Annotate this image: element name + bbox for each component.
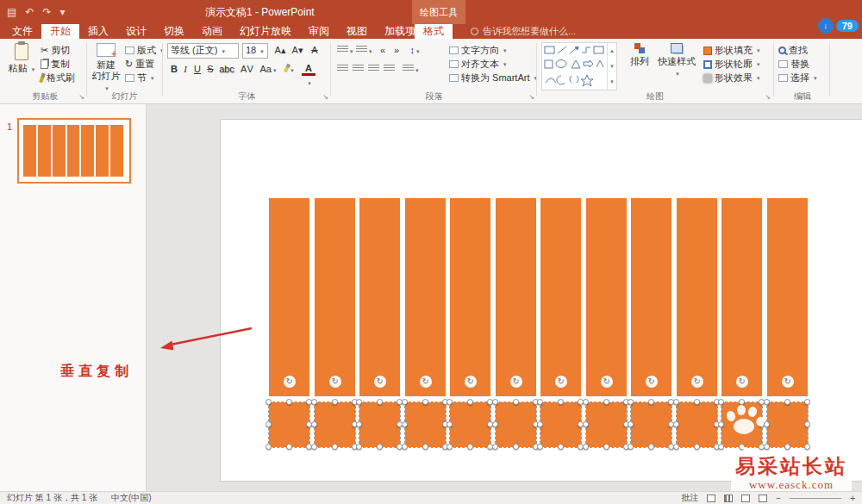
grow-font-button[interactable]: A▴ xyxy=(272,44,288,56)
select-button[interactable]: 选择 xyxy=(778,72,817,84)
selection-handle[interactable] xyxy=(537,421,543,427)
reset-button[interactable]: ↻ 重置 xyxy=(125,58,154,71)
tab-insert[interactable]: 插入 xyxy=(79,24,117,39)
save-icon[interactable]: ▤ xyxy=(7,6,16,18)
selection-handle[interactable] xyxy=(311,444,317,450)
selection-handle[interactable] xyxy=(694,444,700,450)
selection-handle[interactable] xyxy=(447,421,453,427)
orange-bar-shape[interactable] xyxy=(540,198,581,396)
duplicated-bar-shape[interactable] xyxy=(631,402,671,447)
selection-handle[interactable] xyxy=(804,421,810,427)
decrease-indent-button[interactable]: « xyxy=(377,44,389,56)
shape-outline-button[interactable]: 形状轮廓 xyxy=(703,58,760,71)
selection-handle[interactable] xyxy=(402,421,408,427)
selection-handle[interactable] xyxy=(558,399,564,405)
copy-button[interactable]: 复制 xyxy=(41,58,70,71)
zoom-in-icon[interactable]: + xyxy=(850,494,855,503)
selection-handle[interactable] xyxy=(332,444,338,450)
selection-handle[interactable] xyxy=(356,444,362,450)
rotate-handle-icon[interactable]: ↻ xyxy=(329,376,341,388)
slide-sorter-icon[interactable] xyxy=(724,495,733,502)
download-badge[interactable]: ↓ 79 xyxy=(818,18,859,34)
rotate-handle-icon[interactable]: ↻ xyxy=(374,376,386,388)
zoom-slider[interactable] xyxy=(790,498,841,499)
orange-bar-shape[interactable] xyxy=(359,198,400,396)
rotate-handle-icon[interactable]: ↻ xyxy=(736,376,748,388)
selection-handle[interactable] xyxy=(447,444,453,450)
orange-bar-shape[interactable] xyxy=(586,198,627,396)
tab-design[interactable]: 设计 xyxy=(117,24,155,39)
tab-animations[interactable]: 动画 xyxy=(193,24,231,39)
cut-button[interactable]: ✂ 剪切 xyxy=(41,44,70,57)
shapes-gallery[interactable]: ▴ ▾ ▾ xyxy=(541,42,617,90)
duplicated-bar-shape[interactable] xyxy=(405,402,446,447)
orange-bar-shape[interactable] xyxy=(450,198,490,396)
selection-handle[interactable] xyxy=(718,421,724,427)
rotate-handle-icon[interactable]: ↻ xyxy=(284,376,296,388)
underline-button[interactable]: U xyxy=(192,63,203,75)
selection-handle[interactable] xyxy=(583,421,589,427)
dialog-launcher-icon[interactable]: ↘ xyxy=(78,94,84,101)
format-painter-button[interactable]: 格式刷 xyxy=(41,72,75,84)
convert-smartart-button[interactable]: 转换为 SmartArt xyxy=(449,72,537,84)
clear-formatting-button[interactable]: A xyxy=(309,44,321,56)
rotate-handle-icon[interactable]: ↻ xyxy=(601,376,613,388)
selection-handle[interactable] xyxy=(648,399,654,405)
rotate-handle-icon[interactable]: ↻ xyxy=(691,376,703,388)
dialog-launcher-icon[interactable]: ↘ xyxy=(765,94,771,101)
change-case-button[interactable]: Aa xyxy=(259,63,278,77)
rotate-handle-icon[interactable]: ↻ xyxy=(782,376,794,388)
selection-handle[interactable] xyxy=(583,444,589,450)
selection-handle[interactable] xyxy=(265,421,272,427)
orange-bar-shape[interactable] xyxy=(677,198,717,396)
numbering-button[interactable] xyxy=(356,44,372,58)
orange-bar-shape[interactable] xyxy=(315,198,355,396)
text-direction-button[interactable]: 文字方向 xyxy=(449,44,507,57)
font-color-button[interactable]: A xyxy=(302,62,315,90)
bullets-button[interactable] xyxy=(337,44,353,58)
selection-handle[interactable] xyxy=(648,444,654,450)
selection-handle[interactable] xyxy=(764,399,770,405)
duplicated-bar-shape[interactable] xyxy=(450,402,490,447)
selection-handle[interactable] xyxy=(377,444,383,450)
selection-handle[interactable] xyxy=(513,399,519,405)
selection-handle[interactable] xyxy=(537,444,543,450)
find-button[interactable]: 查找 xyxy=(778,44,808,57)
selection-handle[interactable] xyxy=(804,444,810,450)
gallery-up-icon[interactable]: ▴ xyxy=(608,43,616,59)
shapes-gallery-scroll[interactable]: ▴ ▾ ▾ xyxy=(607,43,616,90)
selection-handle[interactable] xyxy=(422,399,428,405)
orange-bar-shape[interactable] xyxy=(405,198,446,396)
qat-more-icon[interactable]: ▾ xyxy=(59,6,65,18)
shape-effects-button[interactable]: 形状效果 xyxy=(703,72,760,84)
selection-handle[interactable] xyxy=(286,444,292,450)
tab-view[interactable]: 视图 xyxy=(338,24,376,39)
selection-handle[interactable] xyxy=(311,399,317,405)
duplicated-bar-shape[interactable] xyxy=(496,402,536,447)
zoom-out-icon[interactable]: − xyxy=(776,494,781,503)
comments-button[interactable]: 批注 xyxy=(681,492,698,504)
rotate-handle-icon[interactable]: ↻ xyxy=(465,376,477,388)
arrange-button[interactable]: 排列 xyxy=(624,42,655,67)
tell-me-box[interactable]: 告诉我您想要做什么... xyxy=(471,24,576,39)
rotate-handle-icon[interactable]: ↻ xyxy=(420,376,432,388)
reading-view-icon[interactable] xyxy=(741,495,750,502)
font-size-combo[interactable]: 18 xyxy=(242,43,268,59)
selection-handle[interactable] xyxy=(739,444,745,450)
selection-handle[interactable] xyxy=(764,444,770,450)
editing-canvas[interactable]: ↻↻↻↻↻↻↻↻↻↻↻↻ xyxy=(147,104,862,491)
selection-handle[interactable] xyxy=(311,421,317,427)
selection-handle[interactable] xyxy=(447,399,453,405)
tab-review[interactable]: 审阅 xyxy=(300,24,338,39)
selection-handle[interactable] xyxy=(628,399,634,405)
selection-handle[interactable] xyxy=(356,421,362,427)
layout-button[interactable]: 版式 xyxy=(125,44,164,57)
selection-handle[interactable] xyxy=(784,444,790,450)
selection-handle[interactable] xyxy=(628,421,634,427)
duplicated-bar-shape[interactable] xyxy=(767,402,808,447)
rotate-handle-icon[interactable]: ↻ xyxy=(510,376,522,388)
orange-bar-shape[interactable] xyxy=(721,198,762,396)
selection-handle[interactable] xyxy=(492,399,498,405)
selection-handle[interactable] xyxy=(422,444,428,450)
shrink-font-button[interactable]: A▾ xyxy=(290,44,305,56)
